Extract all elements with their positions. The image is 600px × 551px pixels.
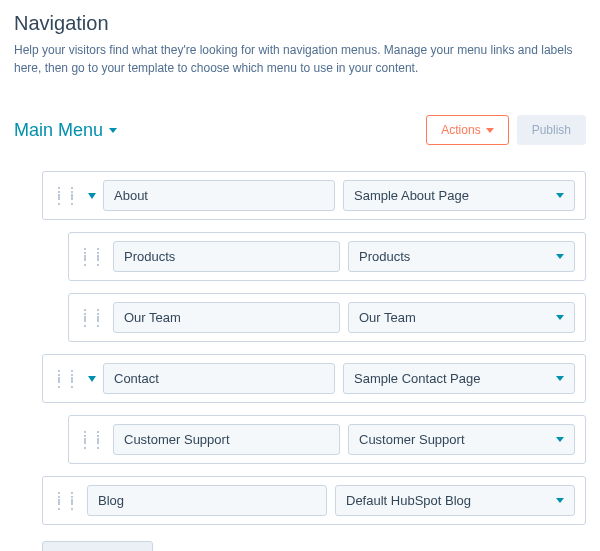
menu-label-input[interactable]	[87, 485, 327, 516]
menu-label-input[interactable]	[113, 241, 340, 272]
menu-page-select[interactable]: Our Team	[348, 302, 575, 333]
caret-down-icon	[556, 437, 564, 442]
menu-label-input[interactable]	[103, 363, 335, 394]
drag-handle-icon[interactable]: ⋮⋮⋮⋮	[79, 433, 105, 447]
menu-page-select[interactable]: Sample Contact Page	[343, 363, 575, 394]
menu-page-value: Sample Contact Page	[354, 371, 480, 386]
menu-page-select[interactable]: Default HubSpot Blog	[335, 485, 575, 516]
menu-page-value: Customer Support	[359, 432, 465, 447]
caret-down-icon	[556, 315, 564, 320]
menu-label-input[interactable]	[103, 180, 335, 211]
menu-page-select[interactable]: Customer Support	[348, 424, 575, 455]
chevron-down-icon[interactable]	[88, 193, 96, 199]
page-subtitle: Help your visitors find what they're loo…	[14, 41, 586, 77]
drag-handle-icon[interactable]: ⋮⋮⋮⋮	[53, 372, 79, 386]
menu-row: ⋮⋮⋮⋮Products	[68, 232, 586, 281]
menu-selector[interactable]: Main Menu	[14, 120, 117, 141]
menu-row: ⋮⋮⋮⋮Sample About Page	[42, 171, 586, 220]
menu-page-select[interactable]: Products	[348, 241, 575, 272]
caret-down-icon	[556, 193, 564, 198]
menu-label-input[interactable]	[113, 302, 340, 333]
menu-page-value: Products	[359, 249, 410, 264]
actions-label: Actions	[441, 123, 480, 137]
publish-label: Publish	[532, 123, 571, 137]
menu-tree: ⋮⋮⋮⋮Sample About Page⋮⋮⋮⋮Products⋮⋮⋮⋮Our…	[14, 171, 586, 551]
drag-handle-icon[interactable]: ⋮⋮⋮⋮	[79, 250, 105, 264]
caret-down-icon	[486, 128, 494, 133]
drag-handle-icon[interactable]: ⋮⋮⋮⋮	[53, 189, 79, 203]
menu-row: ⋮⋮⋮⋮Default HubSpot Blog	[42, 476, 586, 525]
actions-button[interactable]: Actions	[426, 115, 508, 145]
caret-down-icon	[556, 376, 564, 381]
add-menu-item-button[interactable]: Add menu item	[42, 541, 153, 551]
menu-page-value: Our Team	[359, 310, 416, 325]
menu-name-label: Main Menu	[14, 120, 103, 141]
page-title: Navigation	[14, 12, 586, 35]
menu-row: ⋮⋮⋮⋮Our Team	[68, 293, 586, 342]
caret-down-icon	[556, 498, 564, 503]
menu-page-value: Sample About Page	[354, 188, 469, 203]
publish-button: Publish	[517, 115, 586, 145]
menu-page-value: Default HubSpot Blog	[346, 493, 471, 508]
menu-row: ⋮⋮⋮⋮Sample Contact Page	[42, 354, 586, 403]
caret-down-icon	[556, 254, 564, 259]
chevron-down-icon[interactable]	[88, 376, 96, 382]
caret-down-icon	[109, 128, 117, 133]
drag-handle-icon[interactable]: ⋮⋮⋮⋮	[53, 494, 79, 508]
menu-row: ⋮⋮⋮⋮Customer Support	[68, 415, 586, 464]
menu-page-select[interactable]: Sample About Page	[343, 180, 575, 211]
drag-handle-icon[interactable]: ⋮⋮⋮⋮	[79, 311, 105, 325]
menu-label-input[interactable]	[113, 424, 340, 455]
